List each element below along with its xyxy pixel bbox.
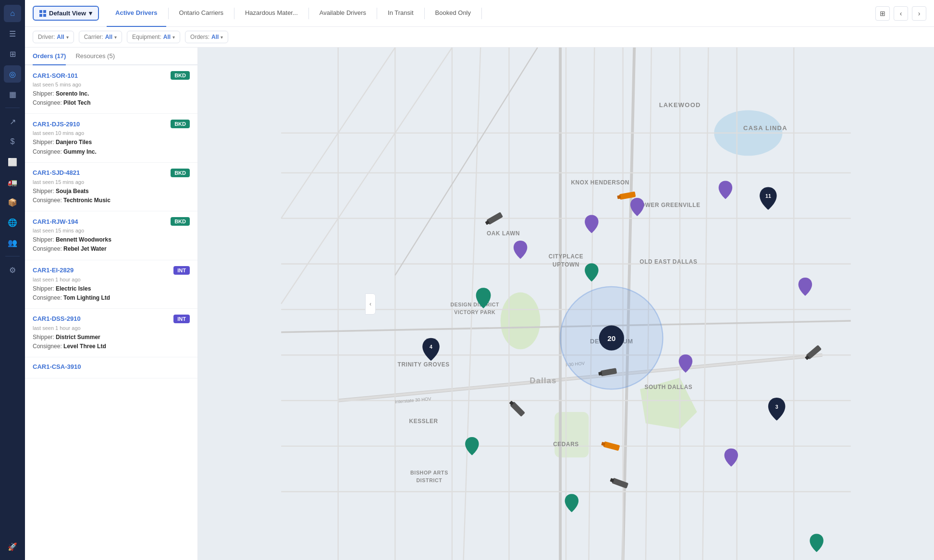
order-time: last seen 1 hour ago <box>33 277 190 282</box>
svg-point-6 <box>501 292 541 350</box>
order-badge: BKD <box>171 71 190 80</box>
driver-filter[interactable]: Driver: All ▾ <box>33 31 74 43</box>
tab-resources[interactable]: Resources (5) <box>75 48 115 65</box>
globe-nav-icon[interactable]: 🌐 <box>4 214 21 231</box>
svg-rect-0 <box>39 10 42 13</box>
collapse-panel-button[interactable]: ‹ <box>365 293 376 315</box>
order-id: CAR1-RJW-194 <box>33 218 78 225</box>
main-content: Default View ▾ Active Drivers Ontario Ca… <box>25 0 934 560</box>
order-item[interactable]: CAR1-RJW-194 BKD last seen 15 mins ago S… <box>25 211 197 260</box>
order-header: CAR1-EI-2829 INT <box>33 266 190 275</box>
settings-nav-icon[interactable]: ⚙ <box>4 261 21 279</box>
order-item[interactable]: CAR1-CSA-3910 <box>25 357 197 378</box>
tab-ontario-carriers-label: Ontario Carriers <box>179 9 223 16</box>
nav-sep-1 <box>168 8 169 19</box>
order-header: CAR1-CSA-3910 <box>33 363 190 370</box>
svg-text:DESIGN DISTRICT: DESIGN DISTRICT <box>450 302 499 307</box>
content-area: Orders (17) Resources (5) CAR1-SOR-101 B… <box>25 48 934 560</box>
order-consignee: Consignee: Pilot Tech <box>33 98 190 108</box>
left-panel: Orders (17) Resources (5) CAR1-SOR-101 B… <box>25 48 198 560</box>
panel-tabs: Orders (17) Resources (5) <box>25 48 197 65</box>
orders-filter-chevron: ▾ <box>221 35 223 40</box>
grid-nav-icon[interactable]: ⊞ <box>4 45 21 62</box>
nav-divider-2 <box>5 256 20 256</box>
carrier-filter[interactable]: Carrier: All ▾ <box>79 31 122 43</box>
carrier-filter-label: Carrier: <box>84 34 103 40</box>
svg-text:20: 20 <box>607 334 615 342</box>
chart-nav-icon[interactable]: ↗ <box>4 113 21 130</box>
tab-hazardous-label: Hazardous Mater... <box>245 9 298 16</box>
prev-btn[interactable]: ‹ <box>894 6 908 21</box>
tab-in-transit-label: In Transit <box>388 9 413 16</box>
filter-bar: Driver: All ▾ Carrier: All ▾ Equipment: … <box>25 27 934 48</box>
tab-available-drivers[interactable]: Available Drivers <box>311 0 375 27</box>
rocket-nav-icon[interactable]: 🚀 <box>4 538 21 555</box>
order-header: CAR1-RJW-194 BKD <box>33 217 190 226</box>
order-badge: INT <box>173 315 190 323</box>
svg-text:SOUTH DALLAS: SOUTH DALLAS <box>644 384 692 390</box>
order-time: last seen 10 mins ago <box>33 130 190 136</box>
form-nav-icon[interactable]: ⬜ <box>4 153 21 170</box>
list-nav-icon[interactable]: ☰ <box>4 25 21 42</box>
tab-booked-only[interactable]: Booked Only <box>427 0 479 27</box>
order-time: last seen 15 mins ago <box>33 228 190 233</box>
order-consignee: Consignee: Gummy Inc. <box>33 147 190 157</box>
sidebar: ⌂ ☰ ⊞ ◎ ▦ ↗ $ ⬜ 🚛 📦 🌐 👥 ⚙ 🚀 <box>0 0 25 560</box>
order-time: last seen 5 mins ago <box>33 82 190 87</box>
order-item[interactable]: CAR1-SOR-101 BKD last seen 5 mins ago Sh… <box>25 65 197 114</box>
svg-rect-70 <box>598 372 602 376</box>
truck-nav-icon[interactable]: 🚛 <box>4 173 21 191</box>
order-shipper: Shipper: Bennett Woodworks <box>33 235 190 244</box>
view-selector-label: Default View <box>49 10 86 17</box>
tab-orders[interactable]: Orders (17) <box>33 48 66 65</box>
tab-ontario-carriers[interactable]: Ontario Carriers <box>171 0 232 27</box>
svg-text:UPTOWN: UPTOWN <box>553 261 579 268</box>
map-area[interactable]: LAKEWOOD CASA LINDA KNOX HENDERSON LOWER… <box>198 48 934 560</box>
view-selector-dropdown[interactable]: Default View ▾ <box>33 6 99 21</box>
order-badge: BKD <box>171 217 190 226</box>
svg-rect-3 <box>43 14 46 17</box>
grid-view-btn[interactable]: ⊞ <box>875 6 890 21</box>
dollar-nav-icon[interactable]: $ <box>4 133 21 150</box>
order-list: CAR1-SOR-101 BKD last seen 5 mins ago Sh… <box>25 65 197 560</box>
equipment-filter-chevron: ▾ <box>172 35 175 40</box>
svg-text:3: 3 <box>775 404 778 410</box>
nav-sep-2 <box>234 8 234 19</box>
tab-in-transit[interactable]: In Transit <box>379 0 422 27</box>
package-nav-icon[interactable]: 📦 <box>4 194 21 211</box>
svg-rect-2 <box>39 14 42 17</box>
order-item[interactable]: CAR1-DSS-2910 INT last seen 1 hour ago S… <box>25 309 197 357</box>
svg-text:11: 11 <box>765 193 771 199</box>
svg-text:Dallas: Dallas <box>530 376 557 385</box>
order-id: CAR1-CSA-3910 <box>33 363 81 370</box>
view-grid-icon <box>39 10 46 17</box>
nav-sep-4 <box>377 8 377 19</box>
svg-text:VICTORY PARK: VICTORY PARK <box>454 309 495 315</box>
calendar-nav-icon[interactable]: ▦ <box>4 85 21 103</box>
driver-filter-label: Driver: <box>38 34 55 40</box>
nav-sep-3 <box>308 8 309 19</box>
tab-hazardous[interactable]: Hazardous Mater... <box>236 0 307 27</box>
next-btn[interactable]: › <box>912 6 926 21</box>
tab-active-drivers[interactable]: Active Drivers <box>107 0 166 27</box>
orders-filter-value: All <box>211 34 219 40</box>
order-item[interactable]: CAR1-SJD-4821 BKD last seen 15 mins ago … <box>25 163 197 211</box>
order-item[interactable]: CAR1-DJS-2910 BKD last seen 10 mins ago … <box>25 114 197 162</box>
svg-text:BISHOP ARTS: BISHOP ARTS <box>410 470 448 475</box>
order-badge: BKD <box>171 169 190 177</box>
svg-rect-1 <box>43 10 46 13</box>
people-nav-icon[interactable]: 👥 <box>4 234 21 251</box>
order-badge: BKD <box>171 120 190 128</box>
order-consignee: Consignee: Tom Lighting Ltd <box>33 293 190 303</box>
order-id: CAR1-DJS-2910 <box>33 121 80 128</box>
map-nav-icon[interactable]: ◎ <box>4 65 21 83</box>
home-nav-icon[interactable]: ⌂ <box>4 5 21 22</box>
order-header: CAR1-SJD-4821 BKD <box>33 169 190 177</box>
orders-filter[interactable]: Orders: All ▾ <box>185 31 228 43</box>
svg-text:OAK LAWN: OAK LAWN <box>487 230 520 237</box>
order-item[interactable]: CAR1-EI-2829 INT last seen 1 hour ago Sh… <box>25 260 197 309</box>
nav-sep-5 <box>424 8 425 19</box>
svg-text:CASA LINDA: CASA LINDA <box>743 124 787 132</box>
equipment-filter[interactable]: Equipment: All ▾ <box>127 31 180 43</box>
order-header: CAR1-DSS-2910 INT <box>33 315 190 323</box>
